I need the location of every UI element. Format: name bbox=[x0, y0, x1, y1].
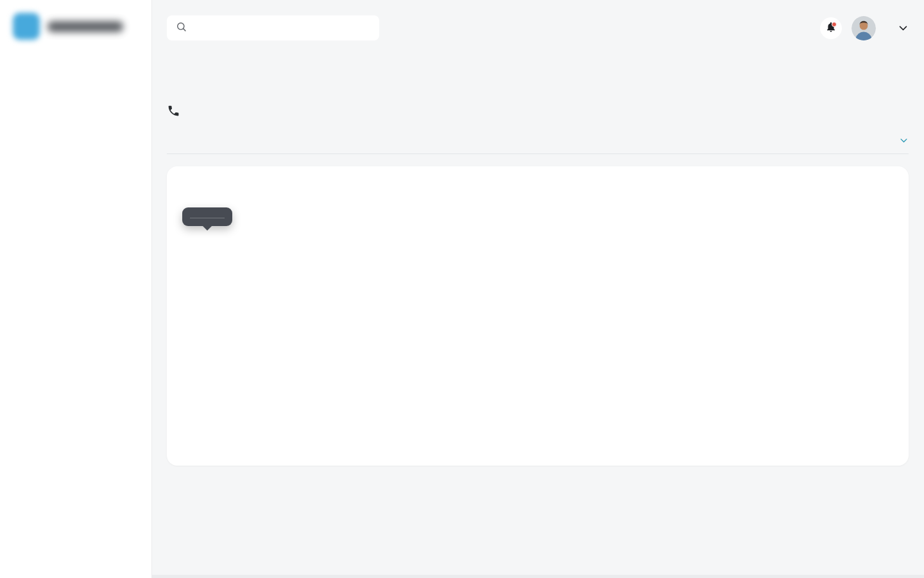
notifications-button[interactable] bbox=[820, 17, 842, 39]
search-bar[interactable] bbox=[167, 15, 379, 40]
search-input[interactable] bbox=[194, 22, 370, 33]
call-volume-chart[interactable] bbox=[182, 200, 897, 455]
top-bar bbox=[167, 15, 909, 40]
app-logo-wordmark bbox=[47, 21, 123, 32]
user-area bbox=[820, 16, 909, 40]
chart-card bbox=[167, 166, 909, 466]
chart-tooltip bbox=[182, 207, 232, 226]
export-csv-button[interactable] bbox=[893, 136, 909, 153]
avatar-image bbox=[851, 16, 876, 40]
export-chevron-down-icon bbox=[899, 136, 909, 145]
user-avatar[interactable] bbox=[851, 16, 876, 40]
tooltip-divider bbox=[190, 218, 225, 218]
notification-badge-dot bbox=[832, 22, 837, 27]
chart-card-header bbox=[182, 177, 893, 197]
view-calls-row bbox=[167, 104, 909, 118]
app-logo bbox=[0, 0, 151, 46]
chart-area bbox=[182, 200, 893, 458]
app-logo-mark bbox=[13, 13, 40, 40]
page-subtitle bbox=[167, 62, 909, 73]
phone-icon bbox=[167, 104, 180, 118]
tabs-row bbox=[167, 136, 909, 154]
sidebar bbox=[0, 0, 152, 578]
main-content bbox=[152, 0, 924, 578]
user-menu-chevron-down-icon[interactable] bbox=[898, 22, 909, 33]
search-icon bbox=[176, 21, 187, 35]
